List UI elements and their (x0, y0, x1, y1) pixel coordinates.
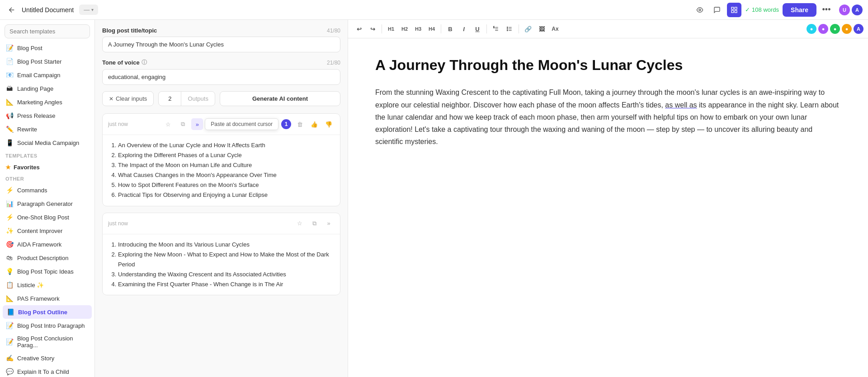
sidebar-item[interactable]: 📋Listicle ✨ (0, 278, 94, 292)
item-icon: ✨ (5, 227, 14, 235)
item-icon: 🏔 (5, 84, 14, 93)
h4-button[interactable]: H4 (425, 23, 438, 35)
ordered-list-button[interactable]: 1 (490, 23, 502, 35)
h2-button[interactable]: H2 (398, 23, 411, 35)
sidebar-item[interactable]: 📘Blog Post Outline (3, 305, 92, 319)
sidebar-item[interactable]: ⚡One-Shot Blog Post (0, 210, 94, 224)
sidebar-item[interactable]: 📐Marketing Angles (0, 95, 94, 109)
other-section-header: Other (0, 172, 94, 183)
sidebar-item[interactable]: ✨Content Improver (0, 224, 94, 237)
h3-button[interactable]: H3 (412, 23, 425, 35)
svg-rect-2 (735, 7, 737, 9)
item-icon: 📧 (5, 71, 14, 79)
bold-button[interactable]: B (444, 23, 457, 35)
bullet-list-button[interactable] (503, 23, 516, 35)
x-icon: ✕ (109, 96, 113, 102)
result-actions-1: ☆ ⧉ » Paste at document cursor 1 🗑 👍 👎 (162, 118, 335, 130)
search-input[interactable] (5, 24, 90, 38)
item-icon: ⚡ (5, 186, 14, 194)
controls-row: ✕ Clear inputs 2 Outputs Generate AI con… (102, 91, 340, 106)
redo-button[interactable]: ↪ (366, 23, 379, 35)
search-container (0, 20, 94, 41)
undo-button[interactable]: ↩ (353, 23, 365, 35)
document-heading: A Journey Through the Moon's Lunar Cycle… (375, 56, 841, 74)
svg-point-14 (507, 30, 508, 31)
sidebar: 📝Blog Post📄Blog Post Starter📧Email Campa… (0, 20, 95, 377)
result-list-item: Practical Tips for Observing and Enjoyin… (118, 190, 334, 200)
sidebar-item[interactable]: 🏔Landing Page (0, 82, 94, 95)
sidebar-item[interactable]: 🛍Product Description (0, 251, 94, 265)
sidebar-item[interactable]: 📄Blog Post Starter (0, 55, 94, 68)
star-button-1[interactable]: ☆ (162, 118, 174, 130)
svg-text:1: 1 (493, 26, 495, 28)
svg-rect-4 (735, 10, 737, 13)
doc-paragraph: From the stunning Waxing Crescent to the… (375, 86, 841, 148)
trash-button-1[interactable]: 🗑 (294, 118, 306, 130)
sidebar-item[interactable]: 📧Email Campaign (0, 68, 94, 82)
result-list-item: Understanding the Waxing Crescent and It… (118, 270, 334, 279)
sidebar-item[interactable]: ✍️Creative Story (0, 351, 94, 365)
result-list-item: Exploring the Different Phases of a Luna… (118, 150, 334, 160)
underline-button[interactable]: U (471, 23, 484, 35)
item-icon: 💡 (5, 267, 14, 275)
document-body: From the stunning Waxing Crescent to the… (375, 86, 841, 148)
sidebar-item[interactable]: 📝Blog Post (0, 41, 94, 55)
image-button[interactable]: 🖼 (535, 23, 548, 35)
thumbs-up-1[interactable]: 👍 (308, 118, 320, 130)
blog-title-input[interactable] (102, 37, 340, 52)
outputs-control: 2 Outputs (158, 91, 215, 106)
toolbar-view-controls (693, 3, 741, 17)
item-icon: 📢 (5, 112, 14, 120)
edit-mode-button[interactable] (727, 3, 741, 17)
editor-avatar-1: ● (807, 24, 816, 34)
sidebar-item[interactable]: 📝Blog Post Conclusion Parag... (0, 332, 94, 351)
result-card-1-header: just now ☆ ⧉ » Paste at document cursor … (103, 114, 340, 135)
sidebar-item[interactable]: 📱Social Media Campaign (0, 136, 94, 149)
paste-button-1[interactable]: » (191, 118, 203, 130)
generate-button[interactable]: Generate AI content (220, 91, 340, 106)
result-timestamp-1: just now (108, 121, 159, 127)
paste-button-2[interactable]: » (323, 218, 335, 229)
comment-button[interactable] (710, 3, 724, 17)
h1-button[interactable]: H1 (385, 23, 397, 35)
result-list-item: An Overview of the Lunar Cycle and How I… (118, 140, 334, 150)
version-dropdown[interactable]: — ▾ (79, 5, 98, 15)
svg-rect-3 (731, 10, 734, 13)
preview-button[interactable] (693, 3, 707, 17)
thumbs-down-1[interactable]: 👎 (323, 118, 335, 130)
word-count: 108 words (745, 6, 779, 13)
user-avatar-1: U (839, 5, 850, 15)
back-button[interactable] (5, 4, 18, 16)
format-button[interactable]: Ax (549, 23, 561, 35)
editor-avatar-4: ● (842, 24, 852, 34)
sidebar-item[interactable]: ✏️Rewrite (0, 122, 94, 136)
item-icon: 📋 (5, 281, 14, 289)
sidebar-item[interactable]: 💬Explain It To a Child (0, 365, 94, 377)
svg-rect-1 (731, 7, 734, 9)
share-button[interactable]: Share (783, 3, 816, 17)
toolbar-separator-2 (441, 24, 441, 33)
star-button-2[interactable]: ☆ (294, 218, 306, 229)
clear-inputs-button[interactable]: ✕ Clear inputs (102, 91, 154, 106)
result-card-1: just now ☆ ⧉ » Paste at document cursor … (102, 113, 340, 206)
copy-button-1[interactable]: ⧉ (177, 118, 189, 130)
more-options-button[interactable]: ••• (820, 4, 833, 16)
italic-button[interactable]: I (458, 23, 470, 35)
sidebar-item[interactable]: 📢Press Release (0, 109, 94, 122)
editor-content[interactable]: A Journey Through the Moon's Lunar Cycle… (348, 38, 868, 377)
copy-button-2[interactable]: ⧉ (308, 218, 320, 229)
item-icon: ✏️ (5, 125, 14, 133)
sidebar-item[interactable]: 📐PAS Framework (0, 292, 94, 305)
sidebar-item[interactable]: 💡Blog Post Topic Ideas (0, 265, 94, 278)
result-card-2: just now ☆ ⧉ » Introducing the Moon and … (102, 213, 340, 295)
sidebar-item[interactable]: ⚡Commands (0, 183, 94, 197)
tone-input[interactable] (102, 69, 340, 85)
result-list-item: How to Spot Different Features on the Mo… (118, 180, 334, 190)
sidebar-item[interactable]: 📝Blog Post Intro Paragraph (0, 319, 94, 332)
sidebar-item[interactable]: 📊Paragraph Generator (0, 197, 94, 210)
item-icon: 📊 (5, 200, 14, 208)
sidebar-item[interactable]: 🎯AIDA Framework (0, 237, 94, 251)
editor-toolbar: ↩ ↪ H1 H2 H3 H4 B I U 1 🔗 🖼 Ax ● (348, 20, 868, 38)
favorites-section: ★ Favorites (0, 160, 94, 172)
link-button[interactable]: 🔗 (522, 23, 534, 35)
